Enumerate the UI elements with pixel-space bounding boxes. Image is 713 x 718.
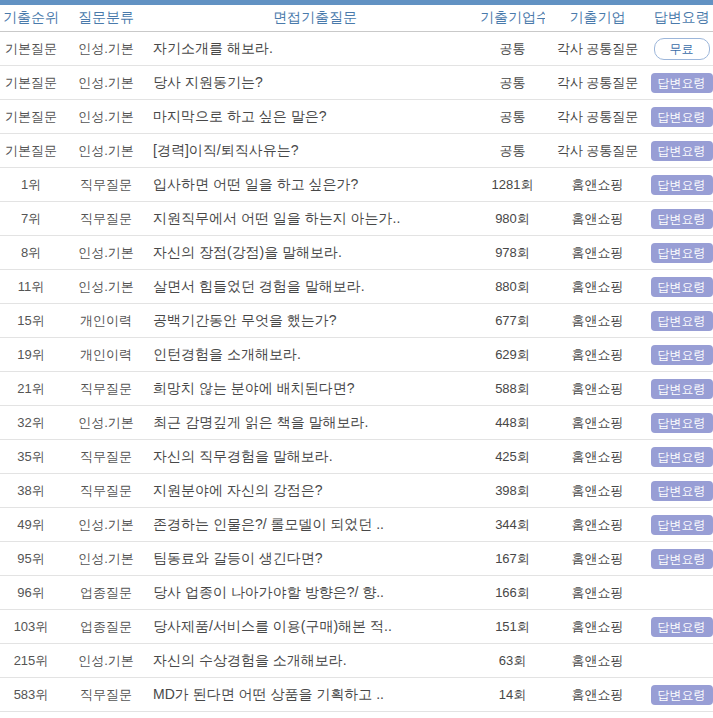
answer-tip-button[interactable]: 답변요령 <box>651 481 713 501</box>
table-row: 8위인성.기본자신의 장점(강점)을 말해보라.978회홈앤쇼핑답변요령 <box>0 236 713 270</box>
cell-category: 업종질문 <box>62 576 150 610</box>
answer-tip-button[interactable]: 답변요령 <box>651 141 713 161</box>
cell-category: 업종질문 <box>62 610 150 644</box>
cell-count: 166회 <box>480 576 545 610</box>
cell-company: 홈앤쇼핑 <box>545 270 650 304</box>
cell-count: 448회 <box>480 406 545 440</box>
free-button[interactable]: 무료 <box>654 38 710 60</box>
cell-action: 답변요령 <box>650 372 713 406</box>
cell-question: 지원직무에서 어떤 일을 하는지 아는가.. <box>150 202 480 236</box>
cell-company: 홈앤쇼핑 <box>545 202 650 236</box>
answer-tip-button[interactable]: 답변요령 <box>651 73 713 93</box>
cell-action: 답변요령 <box>650 304 713 338</box>
cell-rank: 103위 <box>0 610 62 644</box>
cell-company: 홈앤쇼핑 <box>545 406 650 440</box>
cell-action: 답변요령 <box>650 66 713 100</box>
cell-rank: 19위 <box>0 338 62 372</box>
cell-count: 880회 <box>480 270 545 304</box>
answer-tip-button[interactable]: 답변요령 <box>651 549 713 569</box>
cell-action: 무료 <box>650 32 713 66</box>
cell-action <box>650 644 713 678</box>
cell-rank: 35위 <box>0 440 62 474</box>
column-header-question: 면접기출질문 <box>150 5 480 32</box>
table-row: 기본질문인성.기본[경력]이직/퇴직사유는?공통각사 공통질문답변요령 <box>0 134 713 168</box>
cell-category: 인성.기본 <box>62 236 150 270</box>
cell-category: 직무질문 <box>62 168 150 202</box>
cell-question: 자신의 장점(강점)을 말해보라. <box>150 236 480 270</box>
cell-company: 각사 공통질문 <box>545 100 650 134</box>
cell-company: 홈앤쇼핑 <box>545 168 650 202</box>
cell-company: 홈앤쇼핑 <box>545 678 650 712</box>
cell-action: 답변요령 <box>650 236 713 270</box>
answer-tip-button[interactable]: 답변요령 <box>651 277 713 297</box>
cell-company: 홈앤쇼핑 <box>545 644 650 678</box>
cell-category: 직무질문 <box>62 440 150 474</box>
table-row: 21위직무질문희망치 않는 분야에 배치된다면?588회홈앤쇼핑답변요령 <box>0 372 713 406</box>
cell-company: 홈앤쇼핑 <box>545 474 650 508</box>
cell-company: 홈앤쇼핑 <box>545 610 650 644</box>
cell-company: 홈앤쇼핑 <box>545 576 650 610</box>
cell-action: 답변요령 <box>650 270 713 304</box>
answer-tip-button[interactable]: 답변요령 <box>651 685 713 705</box>
column-header-count: 기출기업수 <box>480 5 545 32</box>
table-header: 기출순위질문분류면접기출질문기출기업수기출기업답변요령 <box>0 5 713 32</box>
interview-question-list-page: 기출순위질문분류면접기출질문기출기업수기출기업답변요령 기본질문인성.기본자기소… <box>0 0 713 718</box>
cell-action: 답변요령 <box>650 100 713 134</box>
cell-rank: 7위 <box>0 202 62 236</box>
cell-company: 홈앤쇼핑 <box>545 236 650 270</box>
cell-rank: 215위 <box>0 644 62 678</box>
cell-action: 답변요령 <box>650 474 713 508</box>
table-row: 96위업종질문당사 업종이 나아가야할 방향은?/ 향..166회홈앤쇼핑 <box>0 576 713 610</box>
cell-question: 당사 업종이 나아가야할 방향은?/ 향.. <box>150 576 480 610</box>
cell-question: 자신의 수상경험을 소개해보라. <box>150 644 480 678</box>
cell-question: 당사 지원동기는? <box>150 66 480 100</box>
cell-count: 629회 <box>480 338 545 372</box>
answer-tip-button[interactable]: 답변요령 <box>651 175 713 195</box>
cell-rank: 기본질문 <box>0 32 62 66</box>
cell-rank: 32위 <box>0 406 62 440</box>
answer-tip-button[interactable]: 답변요령 <box>651 515 713 535</box>
cell-count: 425회 <box>480 440 545 474</box>
answer-tip-button[interactable]: 답변요령 <box>651 379 713 399</box>
cell-category: 인성.기본 <box>62 100 150 134</box>
cell-question: 자신의 직무경험을 말해보라. <box>150 440 480 474</box>
table-row: 기본질문인성.기본당사 지원동기는?공통각사 공통질문답변요령 <box>0 66 713 100</box>
table-row: 11위인성.기본살면서 힘들었던 경험을 말해보라.880회홈앤쇼핑답변요령 <box>0 270 713 304</box>
answer-tip-button[interactable]: 답변요령 <box>651 243 713 263</box>
cell-question: 자기소개를 해보라. <box>150 32 480 66</box>
cell-rank: 기본질문 <box>0 134 62 168</box>
column-header-rank: 기출순위 <box>0 5 62 32</box>
cell-action: 답변요령 <box>650 406 713 440</box>
table-row: 49위인성.기본존경하는 인물은?/ 롤모델이 되었던 ..344회홈앤쇼핑답변… <box>0 508 713 542</box>
table-body: 기본질문인성.기본자기소개를 해보라.공통각사 공통질문무료기본질문인성.기본당… <box>0 32 713 712</box>
cell-count: 588회 <box>480 372 545 406</box>
table-row: 35위직무질문자신의 직무경험을 말해보라.425회홈앤쇼핑답변요령 <box>0 440 713 474</box>
cell-question: 입사하면 어떤 일을 하고 싶은가? <box>150 168 480 202</box>
answer-tip-button[interactable]: 답변요령 <box>651 413 713 433</box>
cell-category: 직무질문 <box>62 474 150 508</box>
cell-rank: 8위 <box>0 236 62 270</box>
cell-category: 직무질문 <box>62 372 150 406</box>
cell-company: 홈앤쇼핑 <box>545 542 650 576</box>
cell-category: 직무질문 <box>62 678 150 712</box>
cell-question: 최근 감명깊게 읽은 책을 말해보라. <box>150 406 480 440</box>
cell-count: 978회 <box>480 236 545 270</box>
cell-rank: 49위 <box>0 508 62 542</box>
cell-question: 인턴경험을 소개해보라. <box>150 338 480 372</box>
cell-company: 홈앤쇼핑 <box>545 338 650 372</box>
cell-action: 답변요령 <box>650 678 713 712</box>
answer-tip-button[interactable]: 답변요령 <box>651 107 713 127</box>
answer-tip-button[interactable]: 답변요령 <box>651 311 713 331</box>
cell-rank: 1위 <box>0 168 62 202</box>
cell-category: 인성.기본 <box>62 644 150 678</box>
cell-company: 홈앤쇼핑 <box>545 440 650 474</box>
cell-rank: 95위 <box>0 542 62 576</box>
cell-question: MD가 된다면 어떤 상품을 기획하고 .. <box>150 678 480 712</box>
answer-tip-button[interactable]: 답변요령 <box>651 345 713 365</box>
cell-count: 63회 <box>480 644 545 678</box>
table-row: 1위직무질문입사하면 어떤 일을 하고 싶은가?1281회홈앤쇼핑답변요령 <box>0 168 713 202</box>
answer-tip-button[interactable]: 답변요령 <box>651 209 713 229</box>
table-row: 기본질문인성.기본자기소개를 해보라.공통각사 공통질문무료 <box>0 32 713 66</box>
answer-tip-button[interactable]: 답변요령 <box>651 617 713 637</box>
answer-tip-button[interactable]: 답변요령 <box>651 447 713 467</box>
